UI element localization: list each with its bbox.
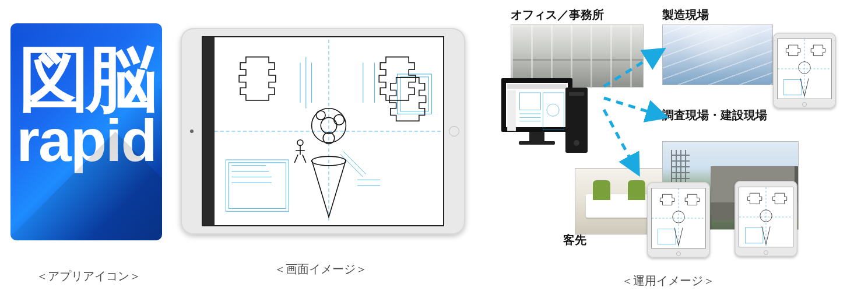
svg-point-25 (297, 140, 303, 146)
svg-rect-40 (658, 229, 676, 244)
svg-line-48 (604, 110, 638, 173)
label-construction: 調査現場・建設現場 (662, 107, 767, 123)
svg-rect-44 (745, 228, 763, 243)
svg-point-30 (547, 104, 559, 116)
label-office: オフィス／事務所 (511, 7, 604, 23)
svg-rect-28 (519, 93, 540, 110)
caption-ops: ＜運用イメージ＞ (621, 273, 715, 289)
photo-factory (662, 24, 773, 85)
label-client: 客先 (563, 232, 586, 248)
office-pc-tower (565, 88, 588, 153)
svg-rect-29 (543, 93, 564, 130)
tablet-mockup (181, 28, 465, 235)
tablet-home-button (449, 126, 459, 136)
svg-rect-27 (507, 90, 516, 131)
operation-diagram: オフィス／事務所 製造現場 調査現場・建設現場 客先 (490, 0, 863, 280)
app-sidebar (203, 37, 215, 225)
svg-line-15 (340, 154, 363, 177)
svg-point-21 (316, 111, 325, 120)
svg-rect-2 (226, 160, 289, 211)
app-icon-en: rapid (10, 111, 162, 170)
tablet-client (647, 182, 710, 258)
svg-rect-36 (783, 79, 802, 95)
app-icon-jp: 図脳 (10, 40, 162, 118)
tablet-camera (190, 130, 194, 133)
caption-screen: ＜画面イメージ＞ (274, 261, 367, 277)
app-icon: 図脳 rapid (10, 23, 162, 240)
svg-rect-3 (229, 163, 286, 208)
caption-app-icon: ＜アプリアイコン＞ (36, 268, 141, 284)
svg-line-16 (343, 151, 366, 174)
svg-point-22 (334, 115, 345, 125)
svg-line-47 (604, 98, 665, 117)
label-factory: 製造現場 (662, 7, 709, 23)
tablet-construction (735, 181, 797, 257)
app-icon-text: 図脳 rapid (10, 23, 162, 170)
tablet-screen (202, 36, 444, 226)
cad-drawing (215, 37, 443, 225)
tablet-factory (773, 33, 836, 108)
svg-rect-26 (507, 84, 567, 89)
